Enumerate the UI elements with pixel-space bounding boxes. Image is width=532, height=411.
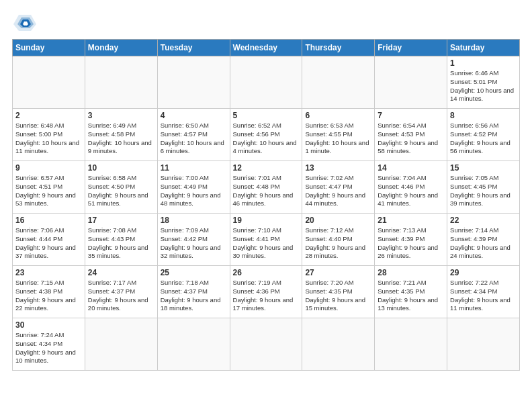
day-number: 20: [305, 216, 371, 225]
day-number: 26: [233, 268, 300, 277]
day-info: Sunrise: 7:22 AM Sunset: 4:34 PM Dayligh…: [450, 279, 517, 313]
calendar-cell: [157, 318, 230, 371]
day-info: Sunrise: 7:04 AM Sunset: 4:46 PM Dayligh…: [378, 174, 444, 208]
day-info: Sunrise: 6:46 AM Sunset: 5:01 PM Dayligh…: [450, 69, 517, 103]
day-info: Sunrise: 7:06 AM Sunset: 4:44 PM Dayligh…: [15, 226, 82, 261]
calendar-cell: 30Sunrise: 7:24 AM Sunset: 4:34 PM Dayli…: [13, 318, 85, 371]
weekday-header: Monday: [85, 40, 157, 56]
calendar-cell: 7Sunrise: 6:54 AM Sunset: 4:53 PM Daylig…: [375, 109, 447, 161]
day-number: 10: [88, 163, 154, 173]
day-info: Sunrise: 7:14 AM Sunset: 4:39 PM Dayligh…: [450, 226, 517, 261]
calendar-cell: 5Sunrise: 6:52 AM Sunset: 4:56 PM Daylig…: [230, 109, 302, 161]
day-number: 1: [450, 58, 517, 68]
calendar-cell: 23Sunrise: 7:15 AM Sunset: 4:38 PM Dayli…: [13, 266, 85, 318]
calendar-cell: [85, 318, 157, 371]
day-number: 24: [88, 268, 154, 277]
weekday-header: Saturday: [447, 40, 520, 56]
weekday-header: Friday: [375, 40, 447, 56]
calendar-cell: 2Sunrise: 6:48 AM Sunset: 5:00 PM Daylig…: [13, 109, 85, 161]
day-number: 15: [450, 163, 517, 173]
calendar-page: SundayMondayTuesdayWednesdayThursdayFrid…: [0, 0, 532, 411]
day-info: Sunrise: 6:54 AM Sunset: 4:53 PM Dayligh…: [378, 122, 444, 156]
calendar-cell: 21Sunrise: 7:13 AM Sunset: 4:39 PM Dayli…: [375, 214, 447, 266]
calendar-cell: 15Sunrise: 7:05 AM Sunset: 4:45 PM Dayli…: [447, 161, 520, 214]
day-number: 11: [161, 163, 227, 173]
day-number: 7: [378, 111, 444, 120]
weekday-header: Wednesday: [230, 40, 302, 56]
calendar-cell: 26Sunrise: 7:19 AM Sunset: 4:36 PM Dayli…: [230, 266, 302, 318]
day-info: Sunrise: 6:56 AM Sunset: 4:52 PM Dayligh…: [450, 122, 517, 156]
calendar-cell: 24Sunrise: 7:17 AM Sunset: 4:37 PM Dayli…: [85, 266, 157, 318]
day-info: Sunrise: 7:13 AM Sunset: 4:39 PM Dayligh…: [378, 226, 444, 261]
day-number: 27: [305, 268, 371, 277]
calendar-cell: [230, 56, 302, 109]
day-number: 14: [378, 163, 444, 173]
day-info: Sunrise: 7:18 AM Sunset: 4:37 PM Dayligh…: [161, 279, 227, 313]
day-info: Sunrise: 7:08 AM Sunset: 4:43 PM Dayligh…: [88, 226, 154, 261]
day-number: 29: [450, 268, 517, 277]
header: [12, 12, 520, 32]
calendar-cell: [302, 318, 375, 371]
day-number: 23: [15, 268, 82, 277]
calendar-cell: 3Sunrise: 6:49 AM Sunset: 4:58 PM Daylig…: [85, 109, 157, 161]
day-number: 13: [305, 163, 371, 173]
calendar-table: SundayMondayTuesdayWednesdayThursdayFrid…: [12, 39, 520, 371]
day-number: 4: [161, 111, 227, 120]
day-number: 12: [233, 163, 300, 173]
calendar-cell: 18Sunrise: 7:09 AM Sunset: 4:42 PM Dayli…: [157, 214, 230, 266]
day-info: Sunrise: 6:52 AM Sunset: 4:56 PM Dayligh…: [233, 122, 300, 156]
calendar-cell: 8Sunrise: 6:56 AM Sunset: 4:52 PM Daylig…: [447, 109, 520, 161]
calendar-cell: [375, 318, 447, 371]
day-number: 19: [233, 216, 300, 225]
day-info: Sunrise: 6:57 AM Sunset: 4:51 PM Dayligh…: [15, 174, 82, 208]
day-info: Sunrise: 6:49 AM Sunset: 4:58 PM Dayligh…: [88, 122, 154, 156]
day-number: 22: [450, 216, 517, 225]
calendar-body: 1Sunrise: 6:46 AM Sunset: 5:01 PM Daylig…: [13, 56, 520, 371]
day-number: 2: [15, 111, 82, 120]
day-number: 18: [161, 216, 227, 225]
day-info: Sunrise: 7:15 AM Sunset: 4:38 PM Dayligh…: [15, 279, 82, 313]
day-info: Sunrise: 6:58 AM Sunset: 4:50 PM Dayligh…: [88, 174, 154, 208]
day-number: 3: [88, 111, 154, 120]
calendar-week-row: 16Sunrise: 7:06 AM Sunset: 4:44 PM Dayli…: [13, 214, 520, 266]
logo: [12, 12, 39, 32]
day-info: Sunrise: 6:48 AM Sunset: 5:00 PM Dayligh…: [15, 122, 82, 156]
weekday-header-row: SundayMondayTuesdayWednesdayThursdayFrid…: [13, 40, 520, 56]
calendar-week-row: 9Sunrise: 6:57 AM Sunset: 4:51 PM Daylig…: [13, 161, 520, 214]
calendar-cell: 16Sunrise: 7:06 AM Sunset: 4:44 PM Dayli…: [13, 214, 85, 266]
calendar-cell: 19Sunrise: 7:10 AM Sunset: 4:41 PM Dayli…: [230, 214, 302, 266]
day-info: Sunrise: 7:01 AM Sunset: 4:48 PM Dayligh…: [233, 174, 300, 208]
calendar-cell: 20Sunrise: 7:12 AM Sunset: 4:40 PM Dayli…: [302, 214, 375, 266]
day-number: 17: [88, 216, 154, 225]
calendar-cell: [230, 318, 302, 371]
calendar-week-row: 2Sunrise: 6:48 AM Sunset: 5:00 PM Daylig…: [13, 109, 520, 161]
calendar-cell: [447, 318, 520, 371]
calendar-cell: [157, 56, 230, 109]
weekday-header: Tuesday: [157, 40, 230, 56]
day-number: 28: [378, 268, 444, 277]
logo-icon: [12, 12, 36, 32]
day-info: Sunrise: 7:17 AM Sunset: 4:37 PM Dayligh…: [88, 279, 154, 313]
day-info: Sunrise: 6:50 AM Sunset: 4:57 PM Dayligh…: [161, 122, 227, 156]
calendar-cell: [85, 56, 157, 109]
calendar-cell: 13Sunrise: 7:02 AM Sunset: 4:47 PM Dayli…: [302, 161, 375, 214]
day-info: Sunrise: 7:09 AM Sunset: 4:42 PM Dayligh…: [161, 226, 227, 261]
calendar-cell: 25Sunrise: 7:18 AM Sunset: 4:37 PM Dayli…: [157, 266, 230, 318]
calendar-cell: 28Sunrise: 7:21 AM Sunset: 4:35 PM Dayli…: [375, 266, 447, 318]
calendar-cell: [302, 56, 375, 109]
day-info: Sunrise: 7:05 AM Sunset: 4:45 PM Dayligh…: [450, 174, 517, 208]
day-info: Sunrise: 7:10 AM Sunset: 4:41 PM Dayligh…: [233, 226, 300, 261]
calendar-cell: 14Sunrise: 7:04 AM Sunset: 4:46 PM Dayli…: [375, 161, 447, 214]
day-number: 9: [15, 163, 82, 173]
calendar-cell: [13, 56, 85, 109]
calendar-cell: 29Sunrise: 7:22 AM Sunset: 4:34 PM Dayli…: [447, 266, 520, 318]
calendar-cell: 22Sunrise: 7:14 AM Sunset: 4:39 PM Dayli…: [447, 214, 520, 266]
calendar-cell: [375, 56, 447, 109]
day-number: 30: [15, 320, 82, 330]
weekday-header: Sunday: [13, 40, 85, 56]
calendar-cell: 12Sunrise: 7:01 AM Sunset: 4:48 PM Dayli…: [230, 161, 302, 214]
calendar-cell: 11Sunrise: 7:00 AM Sunset: 4:49 PM Dayli…: [157, 161, 230, 214]
day-info: Sunrise: 7:24 AM Sunset: 4:34 PM Dayligh…: [15, 331, 82, 365]
day-number: 6: [305, 111, 371, 120]
calendar-cell: 9Sunrise: 6:57 AM Sunset: 4:51 PM Daylig…: [13, 161, 85, 214]
